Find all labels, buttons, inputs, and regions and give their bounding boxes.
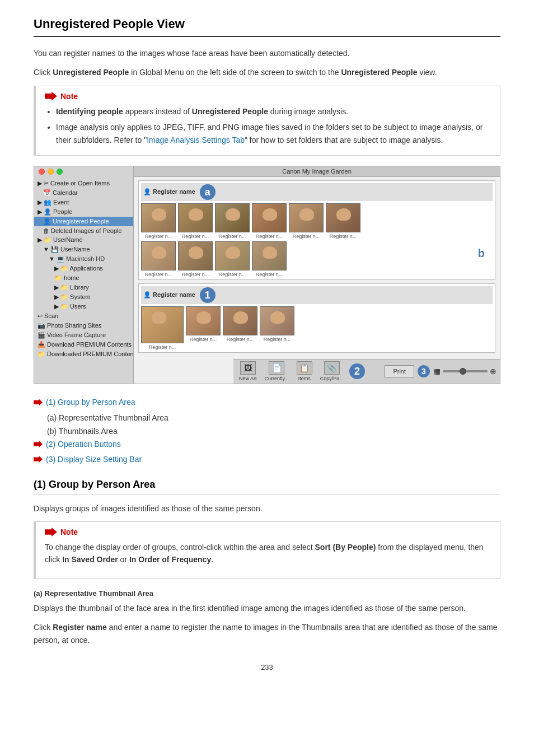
nav-link-display-size: (3) Display Size Setting Bar <box>34 454 500 465</box>
register-label-a1: Register n... <box>145 234 172 239</box>
thumb-a4[interactable]: Register n... <box>252 203 287 239</box>
size-slider-thumb[interactable] <box>460 368 466 375</box>
register-label-b4: Register n... <box>256 272 283 277</box>
group-a-register-label: 👤 Register name <box>143 188 195 195</box>
sidebar-home[interactable]: 📁 home <box>34 273 133 283</box>
new-art-button[interactable]: 🖼 New Art <box>237 360 259 382</box>
in-order-frequency-bold: In Order of Frequency <box>129 555 211 564</box>
sidebar-deleted-images[interactable]: 🗑 Deleted Images of People <box>34 226 133 235</box>
thumb-1-4[interactable]: Register n... <box>260 306 294 350</box>
operation-buttons-badge-2: 2 <box>349 363 365 379</box>
nav-sub-b: (b) Thumbnails Area <box>34 425 500 438</box>
thumb-b3[interactable]: Register n... <box>215 241 250 277</box>
note-list: Identifying people appears instead of Un… <box>45 105 491 146</box>
register-label-b3: Register n... <box>219 272 246 277</box>
note-header: Note <box>45 92 491 101</box>
copy-paste-label: Copy/Pa... <box>320 376 344 381</box>
section1-desc: Displays groups of images identified as … <box>34 502 500 515</box>
sidebar-photo-sharing[interactable]: 📷 Photo Sharing Sites <box>34 321 133 330</box>
bottom-toolbar: 🖼 New Art 📄 Currently... 📋 Items 📎 Copy/… <box>233 359 500 384</box>
section1-note-box: Note To change the display order of grou… <box>34 521 500 579</box>
group-1-thumbnails: Register n... Register n... Register n..… <box>141 306 493 350</box>
thumb-1-1[interactable]: Register n... <box>141 306 184 350</box>
currently-icon: 📄 <box>269 361 284 375</box>
nav-link-op-buttons: (2) Operation Buttons <box>34 438 500 450</box>
link-group-person[interactable]: (1) Group by Person Area <box>46 396 135 408</box>
thumb-b4[interactable]: Register n... <box>252 241 287 277</box>
sidebar-create-open[interactable]: ▶ ✂ Create or Open Items <box>34 179 133 188</box>
thumb-a6[interactable]: Register n... <box>326 203 360 239</box>
sidebar-macintosh-hd[interactable]: ▼ 💻 Macintosh HD <box>34 254 133 264</box>
group-1-badge: 1 <box>200 287 216 303</box>
close-button[interactable] <box>39 169 45 175</box>
nav-sub-a: (a) Representative Thumbnail Area <box>34 412 500 425</box>
sidebar-users[interactable]: ▶ 📁 Users <box>34 302 133 311</box>
thumb-a2[interactable]: Register n... <box>178 203 213 239</box>
thumb-1-2[interactable]: Register n... <box>186 306 221 350</box>
register-label-1-1: Register n... <box>149 344 176 350</box>
thumb-a1[interactable]: Register n... <box>141 203 176 239</box>
maximize-button[interactable] <box>57 169 63 175</box>
group-1-section: 👤 Register name 1 Register n... Register… <box>138 283 495 353</box>
thumb-a3[interactable]: Register n... <box>215 203 250 239</box>
register-label-b1: Register n... <box>145 272 172 277</box>
nav-arrow-1 <box>34 399 43 405</box>
copy-paste-button[interactable]: 📎 Copy/Pa... <box>318 360 346 382</box>
thumb-a5[interactable]: Register n... <box>289 203 324 239</box>
sidebar-calendar[interactable]: 📅 Calendar <box>34 188 133 198</box>
new-art-icon: 🖼 <box>240 361 256 375</box>
screenshot-container: ▶ ✂ Create or Open Items 📅 Calendar ▶ 👥 … <box>34 166 500 384</box>
group-1-register-label: 👤 Register name <box>143 291 195 298</box>
sub-a-desc2: Click Register name and enter a name to … <box>34 621 500 646</box>
group-1-header: 👤 Register name 1 <box>141 286 493 304</box>
thumb-1-3[interactable]: Register n... <box>223 306 257 350</box>
link-op-buttons[interactable]: (2) Operation Buttons <box>46 438 121 450</box>
sidebar-event[interactable]: ▶ 👥 Event <box>34 198 133 207</box>
sidebar-library[interactable]: ▶ 📁 Library <box>34 283 133 292</box>
group-a-section: 👤 Register name a Register n... Register… <box>138 180 495 280</box>
nav-arrow-2 <box>34 441 43 447</box>
group-a-badge: a <box>200 184 216 200</box>
note-item-2: Image analysis only applies to JPEG, TIF… <box>56 121 491 146</box>
sub-a-desc1: Displays the thumbnail of the face area … <box>34 602 500 614</box>
sidebar-download-premium[interactable]: 📥 Download PREMIUM Contents <box>34 340 133 349</box>
copy-paste-icon: 📎 <box>324 361 340 375</box>
sidebar-scan[interactable]: ↩ Scan <box>34 311 133 321</box>
register-label-a2: Register n... <box>182 234 209 239</box>
group-a-thumbnails-row1: Register n... Register n... Register n..… <box>141 203 493 239</box>
in-saved-order-bold: In Saved Order <box>62 555 118 564</box>
print-button[interactable]: Print <box>385 365 414 377</box>
items-label: Items <box>298 376 311 381</box>
note-arrow-icon <box>45 92 57 101</box>
size-slider[interactable] <box>443 370 488 372</box>
minimize-button[interactable] <box>48 169 54 175</box>
image-analysis-settings-link[interactable]: Image Analysis Settings Tab <box>147 136 245 144</box>
section1-note-text: To change the display order of groups, c… <box>45 541 491 566</box>
sidebar-people[interactable]: ▶ 👤 People <box>34 207 133 217</box>
sidebar-system[interactable]: ▶ 📁 System <box>34 292 133 302</box>
sidebar-video-frame[interactable]: 🎬 Video Frame Capture <box>34 330 133 340</box>
sidebar-unregistered-people[interactable]: 👤 Unregistered People <box>34 217 133 226</box>
view-icon-grid: ▦ <box>433 367 441 376</box>
thumb-b1[interactable]: Register n... <box>141 241 176 277</box>
section1-note-arrow-icon <box>45 528 57 536</box>
sub-section-a-heading: (a) Representative Thumbnail Area <box>34 589 500 598</box>
unregistered-people-bold: Unregistered People <box>192 107 268 116</box>
sidebar-applications[interactable]: ▶ 📁 Applications <box>34 264 133 273</box>
main-content-area: Canon My Image Garden 👤 Register name a … <box>134 166 500 384</box>
bold-unregistered-1: Unregistered People <box>53 68 129 77</box>
register-label-a3: Register n... <box>219 234 246 239</box>
sort-by-people-bold: Sort (By People) <box>315 543 376 552</box>
bold-unregistered-2: Unregistered People <box>341 68 417 77</box>
items-button[interactable]: 📋 Items <box>294 360 315 382</box>
sidebar-downloaded-premium[interactable]: 📁 Downloaded PREMIUM Contents <box>34 349 133 359</box>
link-display-size[interactable]: (3) Display Size Setting Bar <box>46 454 142 465</box>
sidebar-username-folder[interactable]: ▶ 📁 UserName <box>34 235 133 245</box>
section1-heading: (1) Group by Person Area <box>34 479 500 494</box>
sidebar-username-drive[interactable]: ▼ 💾 UserName <box>34 245 133 254</box>
currently-button[interactable]: 📄 Currently... <box>263 360 291 382</box>
nav-link-group-person: (1) Group by Person Area <box>34 396 500 408</box>
display-size-badge-3: 3 <box>418 365 430 377</box>
register-label-1-4: Register n... <box>264 337 291 342</box>
thumb-b2[interactable]: Register n... <box>178 241 213 277</box>
